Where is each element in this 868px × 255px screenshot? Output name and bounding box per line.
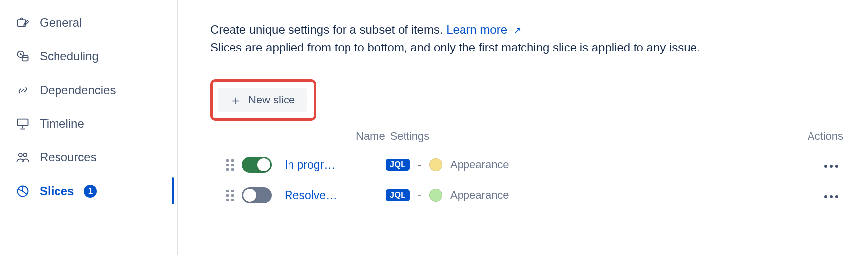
- jql-tag: JQL: [386, 189, 410, 201]
- people-icon: [15, 150, 31, 165]
- table-header: Name Settings Actions: [210, 127, 848, 150]
- col-header-settings: Settings: [385, 130, 764, 143]
- setting-label: Appearance: [450, 158, 509, 171]
- sidebar: General Scheduling Dependencies Timeline: [0, 0, 178, 255]
- sidebar-item-scheduling[interactable]: Scheduling: [15, 44, 174, 69]
- separator-dash: -: [418, 158, 421, 171]
- pie-icon: [15, 183, 31, 199]
- slices-table: Name Settings Actions In progr…: [210, 127, 848, 210]
- slices-count-badge: 1: [84, 185, 97, 198]
- new-slice-button[interactable]: ＋ New slice: [218, 88, 307, 112]
- drag-handle-icon[interactable]: [224, 188, 236, 202]
- clock-calendar-icon: [15, 49, 31, 64]
- col-header-name: Name: [282, 130, 385, 143]
- appearance-color-dot: [429, 158, 442, 171]
- intro-suffix: Slices are applied from top to bottom, a…: [210, 41, 700, 54]
- slice-name-link[interactable]: In progr…: [285, 158, 335, 171]
- sidebar-item-label: Resources: [40, 151, 97, 164]
- intro-text: Create unique settings for a subset of i…: [210, 21, 825, 56]
- intro-prefix: Create unique settings for a subset of i…: [210, 23, 446, 36]
- svg-point-4: [19, 153, 22, 157]
- row-actions-button[interactable]: [764, 191, 843, 202]
- drag-handle-icon[interactable]: [224, 158, 236, 172]
- slice-name-link[interactable]: Resolve…: [285, 189, 337, 202]
- sidebar-item-slices[interactable]: Slices 1: [15, 178, 174, 204]
- row-actions-button[interactable]: [764, 161, 843, 172]
- table-row: Resolve… JQL - Appearance: [210, 180, 848, 210]
- new-slice-label: New slice: [248, 94, 295, 106]
- new-slice-highlight: ＋ New slice: [210, 79, 316, 121]
- svg-rect-3: [18, 119, 28, 126]
- sidebar-item-dependencies[interactable]: Dependencies: [15, 77, 174, 103]
- active-indicator: [172, 177, 174, 204]
- external-link-icon: ↗: [510, 25, 521, 36]
- sidebar-item-label: Dependencies: [40, 83, 116, 97]
- slice-enabled-toggle[interactable]: [242, 187, 272, 203]
- main-panel: Create unique settings for a subset of i…: [178, 0, 868, 255]
- sidebar-item-label: General: [40, 16, 82, 30]
- sidebar-item-label: Scheduling: [40, 50, 99, 63]
- link-icon: [15, 82, 31, 98]
- learn-more-link[interactable]: Learn more: [446, 23, 507, 36]
- sidebar-item-resources[interactable]: Resources: [15, 145, 174, 170]
- setting-label: Appearance: [450, 189, 509, 202]
- svg-point-5: [23, 153, 27, 157]
- col-header-actions: Actions: [764, 130, 848, 143]
- presentation-icon: [15, 116, 31, 132]
- sidebar-item-timeline[interactable]: Timeline: [15, 111, 174, 137]
- separator-dash: -: [418, 189, 421, 202]
- sidebar-item-general[interactable]: General: [15, 10, 174, 36]
- table-row: In progr… JQL - Appearance: [210, 150, 848, 180]
- jql-tag: JQL: [386, 159, 410, 171]
- plus-icon: ＋: [230, 94, 242, 106]
- sidebar-item-label: Slices: [40, 184, 74, 198]
- appearance-color-dot: [429, 189, 442, 202]
- sidebar-item-label: Timeline: [40, 117, 84, 131]
- slice-enabled-toggle[interactable]: [242, 157, 272, 173]
- briefcase-edit-icon: [15, 15, 31, 31]
